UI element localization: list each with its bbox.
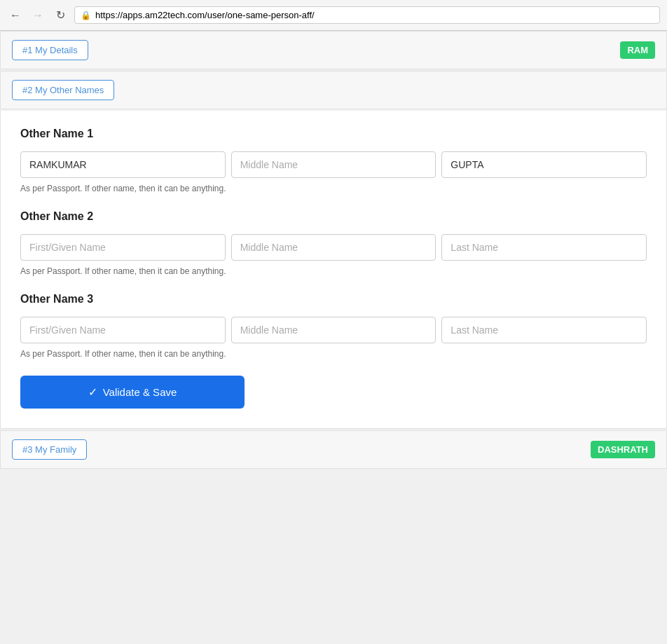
- name1-first-input[interactable]: [20, 151, 226, 178]
- checkmark-icon: ✓: [88, 385, 97, 399]
- name3-hint: As per Passport. If other name, then it …: [20, 349, 647, 359]
- name2-last-input[interactable]: [441, 234, 647, 261]
- name3-first-input[interactable]: [20, 317, 226, 343]
- my-family-button[interactable]: #3 My Family: [12, 439, 87, 460]
- validate-save-label: Validate & Save: [103, 386, 177, 398]
- address-bar: 🔒 https://apps.am22tech.com/user/one-sam…: [74, 6, 660, 24]
- name2-hint: As per Passport. If other name, then it …: [20, 266, 647, 276]
- my-other-names-button[interactable]: #2 My Other Names: [12, 80, 114, 100]
- name2-first-input[interactable]: [20, 234, 226, 261]
- section-current-header-inner: #2 My Other Names: [1, 71, 666, 109]
- other-name-1-title: Other Name 1: [20, 128, 647, 140]
- top-avatar-badge: RAM: [620, 41, 655, 59]
- name1-middle-input[interactable]: [231, 151, 436, 178]
- section-top: #1 My Details RAM: [0, 31, 667, 69]
- validate-save-button[interactable]: ✓ Validate & Save: [20, 376, 245, 409]
- bottom-avatar-badge: DASHRATH: [591, 441, 655, 458]
- name1-hint: As per Passport. If other name, then it …: [20, 184, 647, 193]
- form-area: Other Name 1 As per Passport. If other n…: [0, 111, 667, 429]
- other-name-2-row: [20, 234, 647, 261]
- other-name-1-row: [20, 151, 647, 178]
- section-bottom: #3 My Family DASHRATH: [0, 430, 667, 469]
- name1-last-input[interactable]: [441, 151, 647, 178]
- page: #1 My Details RAM #2 My Other Names Othe…: [0, 31, 667, 644]
- refresh-button[interactable]: ↻: [52, 7, 69, 24]
- name3-last-input[interactable]: [441, 317, 647, 343]
- lock-icon: 🔒: [81, 11, 91, 20]
- other-name-3-title: Other Name 3: [20, 293, 647, 306]
- other-name-3-row: [20, 317, 647, 343]
- other-name-2-title: Other Name 2: [20, 210, 647, 223]
- section-bottom-header: #3 My Family DASHRATH: [1, 431, 666, 468]
- my-details-button[interactable]: #1 My Details: [12, 40, 88, 60]
- name2-middle-input[interactable]: [231, 234, 436, 261]
- browser-bar: ← → ↻ 🔒 https://apps.am22tech.com/user/o…: [0, 0, 667, 31]
- back-button[interactable]: ←: [7, 7, 24, 24]
- name3-middle-input[interactable]: [231, 317, 436, 343]
- section-top-header: #1 My Details RAM: [1, 32, 666, 69]
- url-text: https://apps.am22tech.com/user/one-same-…: [95, 10, 315, 20]
- forward-button[interactable]: →: [29, 7, 46, 24]
- section-current-header: #2 My Other Names: [0, 71, 667, 109]
